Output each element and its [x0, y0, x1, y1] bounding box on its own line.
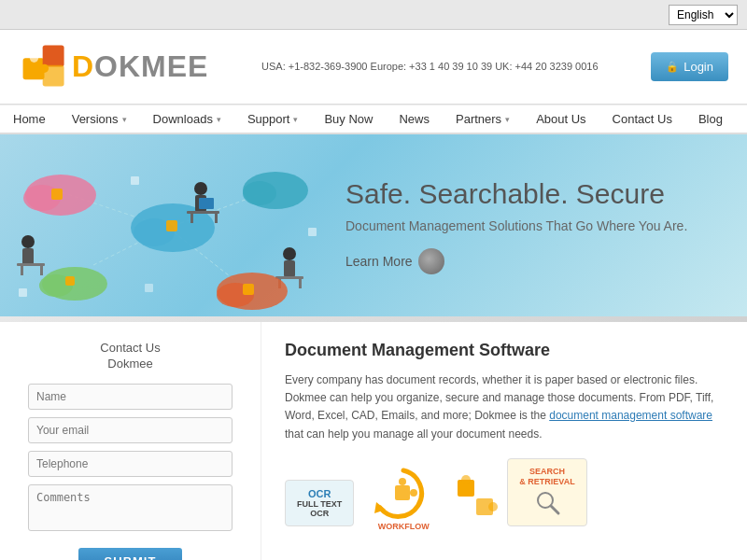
workflow-feature: WORKFLOW [361, 461, 445, 526]
contact-form-panel: Contact Us Dokmee SUBMIT ▶ More [0, 322, 261, 560]
top-bar: English French Spanish German [0, 0, 747, 30]
nav-support[interactable]: Support [234, 105, 312, 133]
body-text-after: that can help you manage all your docume… [285, 427, 543, 441]
svg-rect-16 [40, 266, 43, 275]
content-panel: Document Management Software Every compa… [261, 322, 747, 560]
svg-point-49 [461, 475, 471, 484]
search-label: SEARCH& RETRIEVAL [519, 467, 574, 487]
connector-svg [453, 470, 500, 526]
svg-rect-41 [19, 288, 27, 297]
svg-point-30 [243, 181, 276, 205]
svg-point-3 [40, 64, 49, 73]
connector-feature [453, 470, 500, 526]
svg-rect-32 [284, 260, 295, 277]
svg-rect-26 [215, 214, 218, 223]
logo-rest: OKMEE [94, 49, 208, 83]
hero-text: Safe. Searchable. Secure Document Manage… [336, 159, 747, 293]
hero-svg [0, 134, 336, 316]
contact-info: USA: +1-832-369-3900 Europe: +33 1 40 39… [261, 59, 599, 76]
doc-mgmt-link[interactable]: document management software [549, 409, 712, 422]
logo-text: DOKMEE [72, 49, 208, 84]
svg-rect-1 [43, 46, 64, 67]
svg-point-50 [488, 502, 498, 511]
header: DOKMEE USA: +1-832-369-3900 Europe: +33 … [0, 30, 747, 105]
workflow-svg [361, 461, 445, 526]
svg-point-4 [30, 54, 38, 63]
hero-banner: Safe. Searchable. Secure Document Manage… [0, 134, 747, 316]
hero-subheading: Document Management Solutions That Go Wh… [345, 218, 719, 233]
learn-more-icon [418, 248, 444, 274]
svg-rect-11 [51, 189, 63, 200]
svg-rect-15 [21, 266, 23, 275]
svg-rect-13 [22, 248, 34, 265]
comments-input[interactable] [28, 484, 233, 531]
page-title: Document Management Software [285, 341, 724, 360]
language-selector[interactable]: English French Spanish German [669, 5, 738, 25]
ocr-feature: OCR FULL TEXTOCR [285, 480, 354, 526]
submit-button[interactable]: SUBMIT [78, 548, 183, 560]
search-icon [533, 488, 561, 516]
ocr-label: OCR [297, 488, 342, 499]
learn-more-label: Learn More [345, 254, 413, 269]
search-feature: SEARCH& RETRIEVAL [507, 458, 586, 527]
nav-blog[interactable]: Blog [685, 105, 736, 133]
svg-rect-40 [308, 228, 317, 236]
svg-point-12 [21, 235, 35, 248]
svg-rect-33 [275, 276, 303, 279]
svg-rect-42 [145, 284, 153, 292]
svg-point-45 [399, 478, 406, 485]
svg-rect-27 [199, 198, 214, 209]
nav-partners[interactable]: Partners [443, 105, 523, 133]
logo[interactable]: DOKMEE [19, 41, 208, 92]
content-text: Every company has document records, whet… [285, 371, 724, 443]
svg-point-46 [410, 489, 417, 497]
svg-rect-24 [187, 211, 219, 214]
main-content: Contact Us Dokmee SUBMIT ▶ More Document… [0, 322, 747, 560]
learn-more-link[interactable]: Learn More [345, 248, 444, 274]
nav-home[interactable]: Home [0, 105, 59, 133]
name-input[interactable] [28, 384, 233, 410]
svg-rect-19 [65, 276, 75, 286]
ocr-sublabel: FULL TEXTOCR [297, 499, 342, 518]
svg-rect-35 [299, 279, 302, 288]
svg-point-22 [194, 182, 207, 195]
svg-rect-25 [190, 214, 193, 223]
nav-downloads[interactable]: Downloads [140, 105, 234, 133]
svg-rect-44 [395, 485, 410, 500]
hero-illustration [0, 134, 336, 316]
nav-about[interactable]: About Us [523, 105, 599, 133]
logo-d: D [72, 49, 94, 83]
svg-line-52 [551, 506, 558, 513]
svg-point-31 [283, 247, 296, 260]
nav-contact[interactable]: Contact Us [599, 105, 685, 133]
form-title: Contact Us [28, 341, 233, 355]
form-subtitle: Dokmee [28, 357, 233, 371]
svg-rect-14 [17, 263, 45, 266]
nav-news[interactable]: News [386, 105, 443, 133]
nav-versions[interactable]: Versions [59, 105, 140, 133]
phone-input[interactable] [28, 451, 233, 477]
logo-icon [19, 41, 70, 92]
navbar: Home Versions Downloads Support Buy Now … [0, 105, 747, 134]
hero-headline: Safe. Searchable. Secure [345, 177, 719, 211]
login-button[interactable]: Login [651, 52, 728, 81]
nav-buynow[interactable]: Buy Now [311, 105, 386, 133]
svg-rect-28 [166, 220, 177, 231]
svg-rect-38 [243, 284, 254, 295]
svg-rect-39 [131, 176, 139, 185]
feature-icons: OCR FULL TEXTOCR WORKFLOW [285, 458, 724, 527]
email-input[interactable] [28, 417, 233, 443]
